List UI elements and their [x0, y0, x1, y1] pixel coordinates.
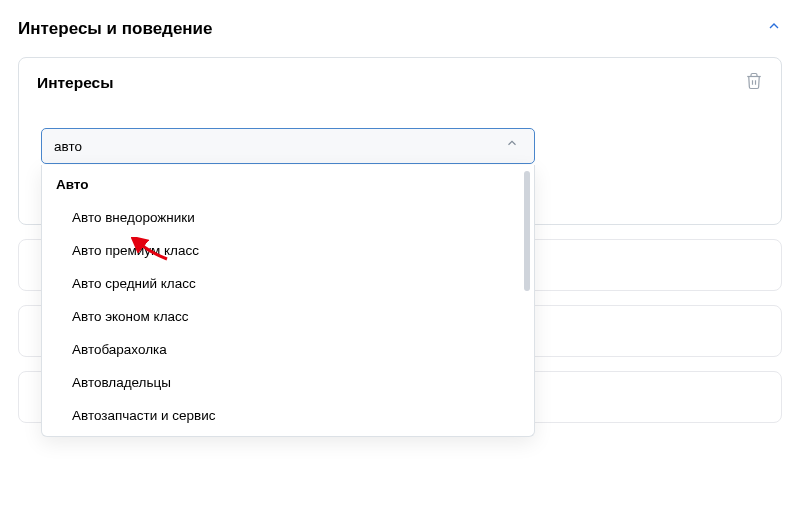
interests-search-input[interactable] [41, 128, 535, 164]
section-title: Интересы и поведение [18, 19, 213, 39]
interests-header: Интересы [19, 58, 781, 108]
section-header: Интересы и поведение [18, 18, 782, 39]
dropdown-item[interactable]: Автобарахолка [42, 333, 534, 366]
collapse-icon[interactable] [766, 18, 782, 39]
interests-card: Интересы [18, 57, 782, 225]
dropdown-item[interactable]: Автовладельцы [42, 366, 534, 399]
interests-dropdown: Авто Авто внедорожники Авто премиум клас… [41, 165, 535, 437]
search-wrapper: Авто Авто внедорожники Авто премиум клас… [19, 108, 781, 164]
dropdown-item[interactable]: Авто внедорожники [42, 201, 534, 234]
dropdown-item[interactable]: Автозапчасти и сервис [42, 399, 534, 432]
dropdown-item[interactable]: Авто премиум класс [42, 234, 534, 267]
dropdown-group-auto[interactable]: Авто [42, 165, 534, 201]
dropdown-item[interactable]: Авто эконом класс [42, 300, 534, 333]
interests-title: Интересы [37, 74, 113, 92]
dropdown-scrollbar[interactable] [524, 171, 530, 291]
trash-icon[interactable] [745, 72, 763, 94]
dropdown-item[interactable]: Авто средний класс [42, 267, 534, 300]
